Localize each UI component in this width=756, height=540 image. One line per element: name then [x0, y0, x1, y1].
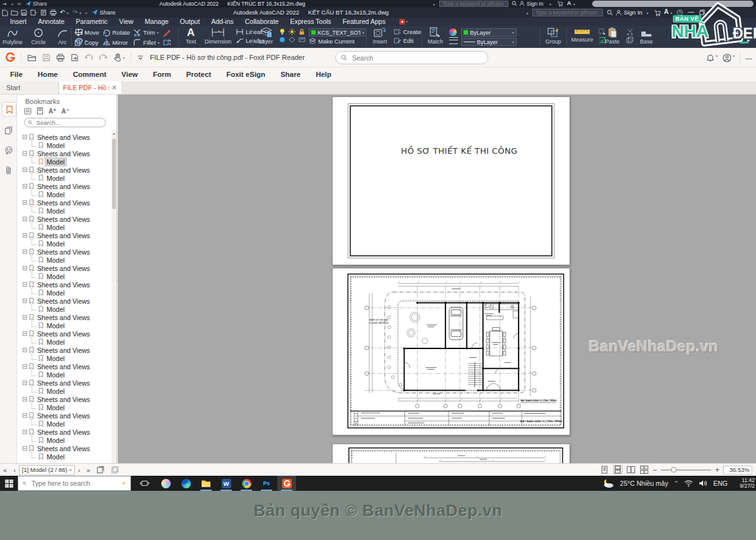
collapse-minus-icon[interactable]	[23, 250, 27, 254]
acad-ribbon-tab-parametric[interactable]: Parametric	[76, 18, 108, 26]
search-icon[interactable]	[607, 9, 613, 16]
scrollbar-thumb[interactable]	[112, 139, 116, 209]
collapse-minus-icon[interactable]	[23, 397, 27, 401]
clock[interactable]: 11:42 9/27/2	[733, 478, 755, 489]
tray-expand-icon[interactable]: ⌃	[674, 480, 679, 486]
comments-panel-icon[interactable]	[2, 144, 15, 157]
collapse-minus-icon[interactable]	[23, 299, 27, 303]
save-icon[interactable]	[42, 54, 50, 62]
collapse-minus-icon[interactable]	[23, 331, 27, 336]
polyline-button[interactable]: Polyline	[1, 26, 24, 48]
layer-lock-icon[interactable]	[299, 28, 305, 35]
zoom-out-button[interactable]: −	[653, 466, 657, 474]
measure-button[interactable]: Measure	[569, 26, 595, 48]
foxit-menu-share[interactable]: Share	[280, 71, 301, 78]
current-layer-select[interactable]: KCS_TEXT_SOTHEP ▾	[309, 28, 367, 37]
toolbar-overflow-icon[interactable]: ≂	[17, 1, 21, 7]
facing-continuous-view-icon[interactable]	[639, 465, 649, 474]
foxit-logo-icon[interactable]	[5, 52, 15, 62]
bookmark-child-item[interactable]: Model	[17, 338, 112, 346]
pdf-document-area[interactable]: HỒ SƠ THIẾT KẾ THI CÔNG	[118, 95, 756, 463]
edge-browser-icon[interactable]	[176, 476, 195, 491]
sign-in-caret[interactable]: ▾	[549, 2, 551, 6]
sign-in-caret[interactable]: ▾	[646, 11, 648, 15]
zoom-in-button[interactable]: +	[715, 466, 719, 474]
zoom-level-field[interactable]: 36.53%	[723, 466, 752, 474]
foxit-menu-help[interactable]: Help	[316, 71, 331, 78]
acad-ribbon-tab-view[interactable]: View	[119, 18, 134, 26]
plot-sheet-icon[interactable]	[40, 9, 47, 16]
create-block-button[interactable]: Create	[394, 28, 421, 35]
layer-match-icon[interactable]	[299, 37, 306, 43]
toolbar-collapse-icon[interactable]	[137, 54, 144, 61]
ribbon-apps-icon[interactable]	[399, 19, 408, 25]
cart-icon[interactable]	[557, 1, 563, 7]
collapse-minus-icon[interactable]	[23, 315, 27, 319]
foxit-app-icon[interactable]	[277, 476, 296, 491]
collapse-minus-icon[interactable]	[23, 217, 27, 221]
weather-text[interactable]: 25°C Nhiều mây	[620, 480, 668, 487]
mirror-button[interactable]: Mirror	[102, 38, 130, 47]
rotate-button[interactable]: Rotate	[102, 28, 130, 37]
tab-document[interactable]: FILE PDF - Hồ sơ thi ... ✕	[59, 81, 121, 94]
account-icon[interactable]: ▾	[723, 54, 735, 62]
page-indicator-dropdown[interactable]: [1] Model (2 / 86) ▾	[19, 465, 75, 475]
collapse-minus-icon[interactable]	[23, 364, 27, 369]
bookmarks-panel-icon[interactable]	[2, 102, 16, 117]
word-app-icon[interactable]: W	[217, 476, 236, 491]
collapse-minus-icon[interactable]	[23, 200, 27, 205]
photoshop-app-icon[interactable]: Ps	[257, 476, 276, 491]
copy-button[interactable]: Copy	[74, 38, 99, 47]
paste-button[interactable]: Paste	[602, 26, 623, 48]
scroll-up-icon[interactable]: ▲	[112, 132, 117, 135]
user-icon[interactable]	[616, 9, 622, 16]
search-scope-caret[interactable]: ▸	[433, 2, 435, 6]
file-explorer-icon[interactable]	[197, 476, 215, 491]
insert-block-button[interactable]: Insert	[369, 26, 391, 48]
sign-in-label[interactable]: Sign In	[527, 1, 543, 7]
zoom-slider-knob[interactable]	[671, 467, 677, 473]
foxit-menu-form[interactable]: Form	[153, 71, 171, 78]
layer-freeze-sun-icon[interactable]	[289, 28, 295, 35]
copy-clip-icon[interactable]	[626, 37, 634, 43]
font-decrease-icon[interactable]: A⁻	[62, 108, 70, 115]
tab-close-icon[interactable]: ✕	[112, 84, 117, 92]
chrome-browser-icon[interactable]	[237, 476, 256, 491]
foxit-menu-protect[interactable]: Protect	[186, 71, 212, 78]
arc-button[interactable]: Arc	[53, 26, 72, 48]
open-folder-icon[interactable]	[11, 9, 18, 16]
red-pencil-icon[interactable]	[163, 28, 171, 37]
volume-icon[interactable]	[699, 480, 707, 487]
circle-button[interactable]: Circle	[27, 26, 50, 48]
acad-ribbon-tab-add-ins[interactable]: Add-ins	[211, 18, 234, 26]
notifications-bell-icon[interactable]: ▾	[706, 54, 718, 62]
bookmark-child-item[interactable]: Model	[17, 354, 112, 362]
bookmark-child-item[interactable]: Model	[17, 289, 112, 297]
cut-icon[interactable]	[626, 28, 634, 35]
dimension-button[interactable]: Dimension	[203, 26, 232, 48]
bookmarks-scrollbar[interactable]: ▲	[112, 131, 117, 463]
redo-caret[interactable]: ▾	[79, 11, 81, 15]
bookmark-child-item[interactable]: Model	[17, 371, 112, 379]
attachments-panel-icon[interactable]	[2, 164, 15, 177]
layer-on-bulb-icon[interactable]	[279, 28, 285, 35]
bookmark-child-item[interactable]: Model	[17, 321, 112, 330]
collapse-minus-icon[interactable]	[23, 413, 27, 418]
share-label[interactable]: Share	[33, 1, 47, 7]
collapse-minus-icon[interactable]	[23, 446, 27, 451]
fillet-button[interactable]: Fillet▾	[133, 38, 159, 47]
bookmark-child-item[interactable]: Model	[17, 256, 112, 264]
acad-ribbon-tab-manage[interactable]: Manage	[145, 18, 169, 26]
match-properties-button[interactable]: Match	[425, 26, 446, 48]
cart-icon[interactable]	[654, 9, 661, 16]
next-page-button[interactable]: ›	[78, 464, 81, 476]
bookmarks-search-input[interactable]	[35, 118, 102, 127]
share-label[interactable]: Share	[100, 9, 115, 16]
wifi-icon[interactable]	[684, 480, 693, 487]
bookmark-child-item[interactable]: Model	[17, 239, 112, 248]
zoom-slider[interactable]	[661, 469, 711, 471]
foxit-search-input[interactable]	[351, 54, 483, 62]
first-page-button[interactable]: «	[3, 464, 7, 476]
foxit-menu-view[interactable]: View	[122, 71, 138, 78]
copilot-app-icon[interactable]	[156, 476, 175, 491]
